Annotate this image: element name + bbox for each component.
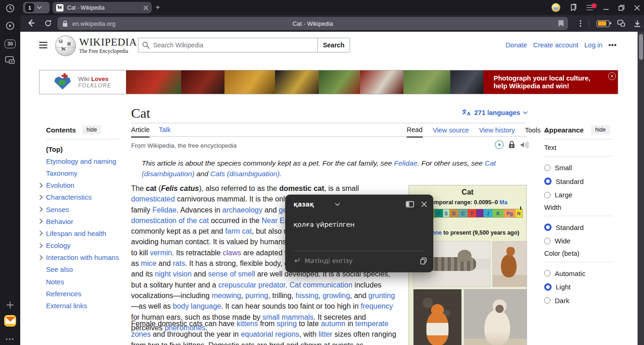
wiki-link[interactable]: frequency [361,302,393,310]
downloads-icon[interactable] [633,20,641,28]
toc-expand-chevron-icon[interactable] [39,230,46,236]
reload-icon[interactable] [44,19,52,27]
listen-audio-icon[interactable] [520,141,529,149]
user-menu-ellipsis[interactable]: ••• [609,41,617,49]
copy-icon[interactable] [420,257,427,264]
open-sidebar-icon[interactable] [406,201,414,207]
appearance-option-standard[interactable]: Standard [544,221,634,235]
popup-input-placeholder[interactable]: Мәтінді енгізу [305,257,353,264]
radio-icon[interactable] [544,192,551,198]
toc-item-label[interactable]: Etymology and naming [39,157,116,165]
toc-item[interactable]: External links [39,299,125,311]
toc-item[interactable]: Notes [39,276,125,288]
wiki-link[interactable]: crepuscular predator [218,281,285,289]
toc-expand-chevron-icon[interactable] [39,218,46,224]
toc-item[interactable]: Etymology and naming [39,155,125,167]
toc-item-label[interactable]: Characteristics [46,193,92,201]
toc-item-label[interactable]: See also [39,265,73,273]
tab-view-history[interactable]: View history [479,126,515,137]
page-actions-kebab-icon[interactable] [580,20,581,27]
battery-indicator-icon[interactable] [597,20,610,27]
toc-item[interactable]: Taxonomy [39,167,125,179]
toc-expand-chevron-icon[interactable] [39,207,46,212]
wiki-link[interactable]: body language [173,302,221,310]
cat-photo-abyssinian[interactable] [492,241,527,287]
more-options-icon[interactable]: ••• [4,333,16,345]
restore-window-icon[interactable] [618,5,625,11]
sidebar-add-icon[interactable] [4,299,16,311]
wiki-link[interactable]: claws [223,249,241,257]
timeline-segment[interactable]: S [443,209,449,217]
toc-item-label[interactable]: Evolution [46,181,75,189]
timeline-segment[interactable]: J [483,209,493,217]
wikipedia-wordmark[interactable]: WIKIPEDIA The Free Encyclopedia [79,37,137,54]
history-clock-icon[interactable] [4,2,16,14]
wiki-link[interactable]: equatorial regions [241,330,299,338]
toc-item-label[interactable]: Interaction with humans [46,253,119,261]
extension-icon[interactable] [617,19,626,28]
toc-item[interactable]: Senses [39,203,125,215]
wiki-link[interactable]: sense of smell [208,270,255,278]
wiki-link[interactable]: archaeology [222,206,262,214]
timeline-segment[interactable]: N [516,209,522,217]
wiki-link[interactable]: Felidae [394,159,417,167]
tab-counter-badge[interactable]: 30 [4,38,16,50]
wiki-link[interactable]: litter [318,330,332,338]
toc-item-label[interactable]: Notes [39,278,64,286]
wiki-link[interactable]: kittens [236,320,258,328]
timeline-segment[interactable]: P [468,209,476,217]
wiki-link[interactable]: rats [173,259,185,267]
main-menu-icon[interactable] [39,42,47,48]
radio-icon[interactable] [544,238,551,244]
appearance-option-light[interactable]: Light [544,280,634,294]
radio-icon[interactable] [544,270,551,276]
wikipedia-globe-logo[interactable]: ΩИW [55,35,76,56]
toc-item-label[interactable]: Senses [46,206,69,213]
toc-expand-chevron-icon[interactable] [39,183,46,188]
wiki-link[interactable]: autumn [321,320,345,328]
toc-expand-chevron-icon[interactable] [39,195,46,200]
toc-item-label[interactable]: Behavior [46,218,73,225]
browser-tab[interactable]: W Cat - Wikipedia [52,2,152,13]
minimize-icon[interactable] [603,5,609,11]
profile-avatar[interactable] [552,3,560,12]
wiki-link[interactable]: meowing [212,292,241,299]
languages-button[interactable]: A 271 languages [462,109,528,116]
toc-item[interactable]: (Top) [39,143,125,155]
appearance-option-standard[interactable]: Standard [544,175,634,189]
radio-icon[interactable] [544,297,551,304]
appearance-option-large[interactable]: Large [544,188,634,202]
app-menu-icon[interactable] [586,5,594,11]
good-article-plus-icon[interactable]: + [495,140,504,149]
create-account-link[interactable]: Create account [533,41,578,49]
timeline-segment[interactable]: C [458,209,468,217]
toc-hide-button[interactable]: hide [82,125,101,134]
wiki-link[interactable]: domestication of the cat [131,217,209,224]
back-icon[interactable] [26,18,35,28]
appearance-hide-button[interactable]: hide [591,125,610,134]
wiki-link[interactable]: domesticated [131,195,175,203]
cat-photo-orange-white[interactable] [413,289,462,345]
toc-item-label[interactable]: (Top) [39,145,63,153]
scrollbar-thumb[interactable] [639,34,643,60]
scrollbar[interactable] [638,32,644,345]
wiki-link[interactable]: spring [277,320,297,328]
close-window-icon[interactable] [634,5,640,11]
radio-selected-icon[interactable] [544,224,552,231]
appearance-option-small[interactable]: Small [544,161,634,175]
tab-view-source[interactable]: View source [433,126,469,137]
search-button[interactable]: Search [317,38,350,52]
media-play-icon[interactable] [4,20,16,32]
banner-close-icon[interactable]: ✕ [608,72,616,80]
toc-item-label[interactable]: External links [39,302,87,310]
toc-item[interactable]: See also [39,264,125,276]
toc-item-label[interactable]: Ecology [46,242,70,249]
appearance-option-wide[interactable]: Wide [544,234,634,248]
toc-item[interactable]: Interaction with humans [39,252,125,264]
toc-item[interactable]: Behavior [39,215,125,227]
toc-item[interactable]: Ecology [39,240,125,252]
wiki-link[interactable]: night vision [155,270,192,278]
tab-close-icon[interactable] [144,6,148,10]
toc-item[interactable]: References [39,288,125,299]
wiki-link[interactable]: purring [245,292,268,299]
